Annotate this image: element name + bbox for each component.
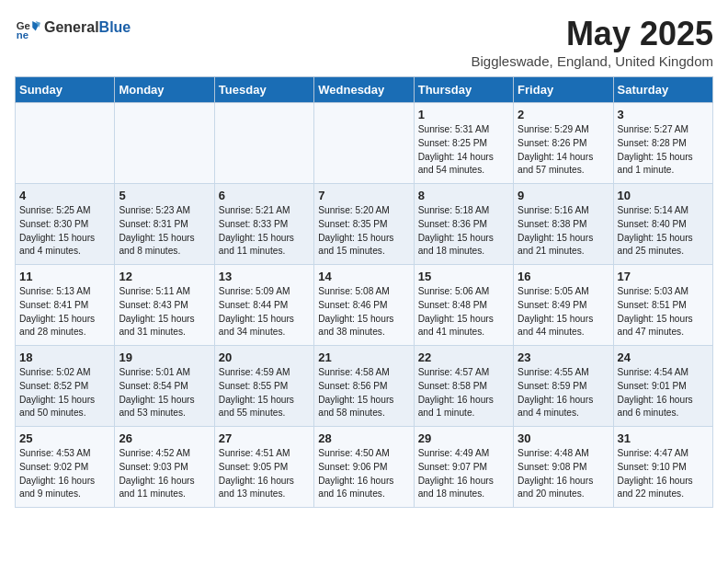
day-number: 5 (119, 189, 210, 202)
day-content: Sunrise: 4:52 AM Sunset: 9:03 PM Dayligh… (119, 447, 210, 501)
weekday-header-row: SundayMondayTuesdayWednesdayThursdayFrid… (16, 77, 713, 103)
calendar-cell: 16Sunrise: 5:05 AM Sunset: 8:49 PM Dayli… (514, 265, 613, 346)
day-number: 31 (618, 431, 709, 445)
day-number: 24 (618, 350, 709, 364)
calendar-cell (115, 103, 214, 184)
day-content: Sunrise: 4:57 AM Sunset: 8:58 PM Dayligh… (418, 366, 509, 420)
logo-blue-text: Blue (99, 19, 131, 35)
day-number: 9 (518, 189, 609, 202)
day-number: 4 (19, 189, 110, 202)
day-content: Sunrise: 5:14 AM Sunset: 8:40 PM Dayligh… (618, 204, 709, 259)
day-content: Sunrise: 5:23 AM Sunset: 8:31 PM Dayligh… (119, 204, 210, 259)
day-content: Sunrise: 5:08 AM Sunset: 8:46 PM Dayligh… (318, 285, 409, 339)
calendar-cell: 12Sunrise: 5:11 AM Sunset: 8:43 PM Dayli… (115, 265, 214, 346)
logo-general-text: General (44, 19, 99, 35)
calendar-cell: 24Sunrise: 4:54 AM Sunset: 9:01 PM Dayli… (613, 346, 712, 427)
day-content: Sunrise: 5:05 AM Sunset: 8:49 PM Dayligh… (518, 285, 609, 339)
day-content: Sunrise: 5:03 AM Sunset: 8:51 PM Dayligh… (618, 285, 709, 339)
day-number: 30 (518, 431, 609, 445)
day-content: Sunrise: 5:11 AM Sunset: 8:43 PM Dayligh… (119, 285, 210, 339)
day-number: 28 (318, 431, 409, 445)
calendar-cell: 19Sunrise: 5:01 AM Sunset: 8:54 PM Dayli… (115, 346, 214, 427)
calendar-cell: 5Sunrise: 5:23 AM Sunset: 8:31 PM Daylig… (115, 184, 214, 265)
day-number: 18 (19, 350, 110, 364)
day-number: 22 (418, 350, 509, 364)
calendar-cell: 28Sunrise: 4:50 AM Sunset: 9:06 PM Dayli… (314, 427, 414, 508)
day-number: 25 (19, 431, 110, 445)
day-content: Sunrise: 4:55 AM Sunset: 8:59 PM Dayligh… (518, 366, 609, 420)
calendar-cell: 10Sunrise: 5:14 AM Sunset: 8:40 PM Dayli… (613, 184, 712, 265)
day-content: Sunrise: 4:53 AM Sunset: 9:02 PM Dayligh… (19, 447, 110, 501)
title-block: May 2025 Biggleswade, England, United Ki… (471, 15, 713, 69)
day-number: 23 (518, 350, 609, 364)
calendar-cell: 2Sunrise: 5:29 AM Sunset: 8:26 PM Daylig… (514, 103, 613, 184)
day-number: 2 (518, 108, 609, 121)
calendar-cell (214, 103, 313, 184)
day-number: 11 (19, 270, 110, 283)
day-number: 8 (418, 189, 509, 202)
calendar-cell: 13Sunrise: 5:09 AM Sunset: 8:44 PM Dayli… (214, 265, 313, 346)
day-number: 26 (119, 431, 210, 445)
day-content: Sunrise: 5:20 AM Sunset: 8:35 PM Dayligh… (318, 204, 409, 259)
day-number: 12 (119, 270, 210, 283)
day-content: Sunrise: 4:50 AM Sunset: 9:06 PM Dayligh… (318, 447, 409, 501)
calendar-cell: 6Sunrise: 5:21 AM Sunset: 8:33 PM Daylig… (214, 184, 313, 265)
day-content: Sunrise: 5:18 AM Sunset: 8:36 PM Dayligh… (418, 204, 509, 259)
weekday-header-sunday: Sunday (16, 77, 115, 103)
calendar-cell: 31Sunrise: 4:47 AM Sunset: 9:10 PM Dayli… (613, 427, 712, 508)
logo: Ge ne GeneralBlue (15, 15, 131, 40)
calendar-week-5: 25Sunrise: 4:53 AM Sunset: 9:02 PM Dayli… (16, 427, 713, 508)
calendar-cell: 30Sunrise: 4:48 AM Sunset: 9:08 PM Dayli… (514, 427, 613, 508)
day-number: 17 (618, 270, 709, 283)
weekday-header-thursday: Thursday (414, 77, 513, 103)
calendar-cell: 14Sunrise: 5:08 AM Sunset: 8:46 PM Dayli… (314, 265, 414, 346)
day-number: 14 (318, 270, 409, 283)
calendar-week-2: 4Sunrise: 5:25 AM Sunset: 8:30 PM Daylig… (16, 184, 713, 265)
day-number: 16 (518, 270, 609, 283)
calendar-cell: 23Sunrise: 4:55 AM Sunset: 8:59 PM Dayli… (514, 346, 613, 427)
day-number: 20 (219, 350, 310, 364)
day-content: Sunrise: 5:02 AM Sunset: 8:52 PM Dayligh… (19, 366, 110, 420)
calendar-cell: 26Sunrise: 4:52 AM Sunset: 9:03 PM Dayli… (115, 427, 214, 508)
day-number: 29 (418, 431, 509, 445)
day-content: Sunrise: 5:27 AM Sunset: 8:28 PM Dayligh… (618, 123, 709, 178)
day-number: 21 (318, 350, 409, 364)
weekday-header-tuesday: Tuesday (214, 77, 313, 103)
calendar-table: SundayMondayTuesdayWednesdayThursdayFrid… (15, 76, 713, 508)
day-content: Sunrise: 5:21 AM Sunset: 8:33 PM Dayligh… (219, 204, 310, 259)
day-number: 10 (618, 189, 709, 202)
calendar-cell (16, 103, 115, 184)
location: Biggleswade, England, United Kingdom (471, 53, 713, 69)
day-content: Sunrise: 5:01 AM Sunset: 8:54 PM Dayligh… (119, 366, 210, 420)
day-number: 15 (418, 270, 509, 283)
weekday-header-saturday: Saturday (613, 77, 712, 103)
month-title: May 2025 (471, 15, 713, 53)
page-header: Ge ne GeneralBlue May 2025 Biggleswade, … (15, 15, 713, 69)
calendar-cell: 29Sunrise: 4:49 AM Sunset: 9:07 PM Dayli… (414, 427, 513, 508)
day-number: 6 (219, 189, 310, 202)
day-content: Sunrise: 4:48 AM Sunset: 9:08 PM Dayligh… (518, 447, 609, 501)
day-content: Sunrise: 4:51 AM Sunset: 9:05 PM Dayligh… (219, 447, 310, 501)
day-content: Sunrise: 5:13 AM Sunset: 8:41 PM Dayligh… (19, 285, 110, 339)
calendar-cell: 25Sunrise: 4:53 AM Sunset: 9:02 PM Dayli… (16, 427, 115, 508)
weekday-header-wednesday: Wednesday (314, 77, 414, 103)
calendar-cell: 3Sunrise: 5:27 AM Sunset: 8:28 PM Daylig… (613, 103, 712, 184)
weekday-header-friday: Friday (514, 77, 613, 103)
day-number: 13 (219, 270, 310, 283)
calendar-cell: 9Sunrise: 5:16 AM Sunset: 8:38 PM Daylig… (514, 184, 613, 265)
day-content: Sunrise: 5:06 AM Sunset: 8:48 PM Dayligh… (418, 285, 509, 339)
calendar-cell: 15Sunrise: 5:06 AM Sunset: 8:48 PM Dayli… (414, 265, 513, 346)
calendar-cell: 4Sunrise: 5:25 AM Sunset: 8:30 PM Daylig… (16, 184, 115, 265)
day-number: 19 (119, 350, 210, 364)
day-content: Sunrise: 5:09 AM Sunset: 8:44 PM Dayligh… (219, 285, 310, 339)
calendar-cell: 22Sunrise: 4:57 AM Sunset: 8:58 PM Dayli… (414, 346, 513, 427)
calendar-cell (314, 103, 414, 184)
day-content: Sunrise: 4:58 AM Sunset: 8:56 PM Dayligh… (318, 366, 409, 420)
calendar-week-4: 18Sunrise: 5:02 AM Sunset: 8:52 PM Dayli… (16, 346, 713, 427)
day-content: Sunrise: 4:54 AM Sunset: 9:01 PM Dayligh… (618, 366, 709, 420)
calendar-cell: 11Sunrise: 5:13 AM Sunset: 8:41 PM Dayli… (16, 265, 115, 346)
calendar-week-3: 11Sunrise: 5:13 AM Sunset: 8:41 PM Dayli… (16, 265, 713, 346)
calendar-cell: 1Sunrise: 5:31 AM Sunset: 8:25 PM Daylig… (414, 103, 513, 184)
day-number: 1 (418, 108, 509, 121)
calendar-cell: 27Sunrise: 4:51 AM Sunset: 9:05 PM Dayli… (214, 427, 313, 508)
